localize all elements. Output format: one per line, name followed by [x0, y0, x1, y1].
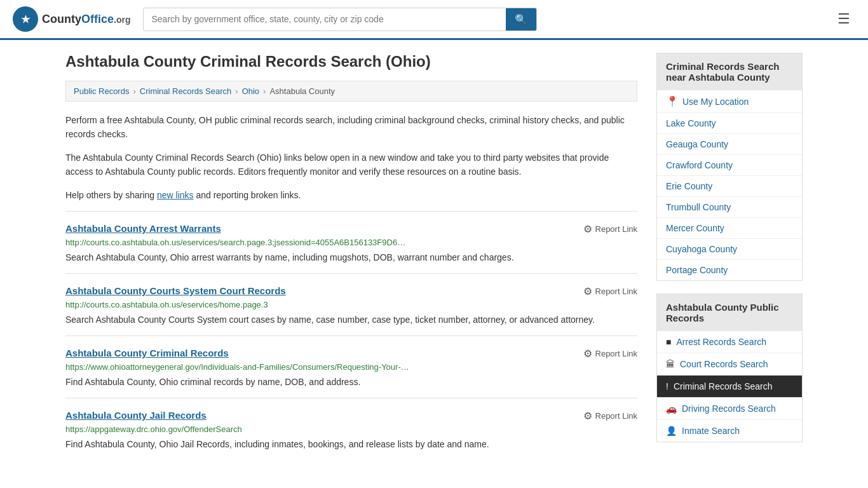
- record-url-2: https://www.ohioattorneygeneral.gov/Indi…: [65, 362, 478, 372]
- nearby-county-link-4[interactable]: Trumbull County: [666, 202, 731, 212]
- nearby-county-link-0[interactable]: Lake County: [666, 118, 716, 128]
- sidebar-public-records: Ashtabula County Public Records ■Arrest …: [656, 294, 803, 442]
- report-link-btn-1[interactable]: ⚙ Report Link: [583, 285, 637, 297]
- public-record-item-1[interactable]: 🏛Court Records Search: [657, 353, 802, 376]
- location-icon: 📍: [666, 95, 679, 107]
- breadcrumb-public-records[interactable]: Public Records: [74, 86, 129, 96]
- nearby-county-2[interactable]: Crawford County: [657, 155, 802, 176]
- report-label-3: Report Link: [595, 411, 637, 421]
- sidebar-record-link-4[interactable]: Inmate Search: [682, 426, 740, 436]
- nearby-county-link-5[interactable]: Mercer County: [666, 223, 724, 233]
- report-link-btn-0[interactable]: ⚙ Report Link: [583, 223, 637, 235]
- record-card-1: Ashtabula County Courts System Court Rec…: [65, 273, 637, 336]
- breadcrumb-sep-2: ›: [235, 86, 238, 96]
- record-header-1: Ashtabula County Courts System Court Rec…: [65, 285, 637, 297]
- nearby-county-1[interactable]: Geauga County: [657, 134, 802, 155]
- search-input[interactable]: [144, 8, 506, 30]
- record-desc-1: Search Ashtabula County Courts System co…: [65, 313, 637, 327]
- public-record-item-4[interactable]: 👤Inmate Search: [657, 420, 802, 442]
- use-my-location-item[interactable]: 📍 Use My Location: [657, 90, 802, 113]
- nearby-county-link-6[interactable]: Cuyahoga County: [666, 244, 737, 254]
- report-label-0: Report Link: [595, 224, 637, 234]
- use-my-location-link[interactable]: Use My Location: [682, 97, 749, 107]
- sidebar-icon-0: ■: [666, 337, 671, 347]
- sidebar-nearby: Criminal Records Search near Ashtabula C…: [656, 53, 803, 281]
- breadcrumb: Public Records › Criminal Records Search…: [65, 81, 637, 102]
- record-header-2: Ashtabula County Criminal Records ⚙ Repo…: [65, 348, 637, 360]
- breadcrumb-sep-1: ›: [133, 86, 135, 96]
- hamburger-icon: ☰: [837, 11, 850, 27]
- header: ★ CountyOffice.org 🔍 ☰: [0, 0, 868, 40]
- breadcrumb-ohio[interactable]: Ohio: [242, 86, 259, 96]
- public-record-item-2[interactable]: !Criminal Records Search: [657, 376, 802, 398]
- new-links-link[interactable]: new links: [157, 190, 194, 200]
- nearby-county-6[interactable]: Cuyahoga County: [657, 239, 802, 260]
- main-wrapper: Ashtabula County Criminal Records Search…: [53, 40, 815, 473]
- report-label-1: Report Link: [595, 287, 637, 296]
- report-icon-0: ⚙: [583, 223, 592, 235]
- sidebar-record-link-0[interactable]: Arrest Records Search: [676, 337, 766, 347]
- public-record-item-3[interactable]: 🚗Driving Records Search: [657, 398, 802, 420]
- logo-area[interactable]: ★ CountyOffice.org: [13, 6, 130, 32]
- nearby-county-5[interactable]: Mercer County: [657, 218, 802, 239]
- sidebar: Criminal Records Search near Ashtabula C…: [656, 53, 803, 460]
- logo-icon: ★: [13, 6, 38, 32]
- record-card-3: Ashtabula County Jail Records ⚙ Report L…: [65, 398, 637, 460]
- public-record-item-0[interactable]: ■Arrest Records Search: [657, 331, 802, 353]
- logo-text: CountyOffice.org: [42, 13, 130, 26]
- page-title: Ashtabula County Criminal Records Search…: [65, 53, 637, 71]
- report-link-btn-3[interactable]: ⚙ Report Link: [583, 410, 637, 422]
- record-desc-2: Find Ashtabula County, Ohio criminal rec…: [65, 376, 637, 389]
- sidebar-icon-2: !: [666, 381, 668, 391]
- nearby-county-4[interactable]: Trumbull County: [657, 197, 802, 218]
- record-url-0: http://courts.co.ashtabula.oh.us/eservic…: [65, 238, 478, 247]
- sidebar-record-link-1[interactable]: Court Records Search: [680, 359, 768, 369]
- report-icon-3: ⚙: [583, 410, 592, 422]
- records-list: Ashtabula County Arrest Warrants ⚙ Repor…: [65, 211, 637, 460]
- search-button[interactable]: 🔍: [506, 8, 536, 30]
- public-records-items-list: ■Arrest Records Search🏛Court Records Sea…: [657, 331, 802, 442]
- description-3: Help others by sharing new links and rep…: [65, 188, 637, 202]
- nearby-county-3[interactable]: Erie County: [657, 176, 802, 197]
- report-label-2: Report Link: [595, 349, 637, 358]
- sidebar-icon-4: 👤: [666, 426, 677, 436]
- svg-text:★: ★: [21, 14, 31, 25]
- nearby-county-link-1[interactable]: Geauga County: [666, 139, 728, 149]
- content-area: Ashtabula County Criminal Records Search…: [65, 53, 637, 460]
- breadcrumb-criminal-records[interactable]: Criminal Records Search: [140, 86, 232, 96]
- record-url-1: http://courts.co.ashtabula.oh.us/eservic…: [65, 300, 478, 309]
- breadcrumb-sep-3: ›: [263, 86, 266, 96]
- nearby-counties-list: Lake CountyGeauga CountyCrawford CountyE…: [657, 113, 802, 280]
- sidebar-record-link-3[interactable]: Driving Records Search: [682, 403, 776, 414]
- record-title-3[interactable]: Ashtabula County Jail Records: [65, 410, 207, 421]
- sidebar-public-records-header: Ashtabula County Public Records: [657, 294, 802, 331]
- report-link-btn-2[interactable]: ⚙ Report Link: [583, 348, 637, 360]
- report-icon-2: ⚙: [583, 348, 592, 360]
- record-header-0: Ashtabula County Arrest Warrants ⚙ Repor…: [65, 223, 637, 235]
- nearby-county-link-7[interactable]: Portage County: [666, 265, 728, 275]
- record-title-1[interactable]: Ashtabula County Courts System Court Rec…: [65, 285, 286, 296]
- record-card-2: Ashtabula County Criminal Records ⚙ Repo…: [65, 336, 637, 398]
- nearby-county-7[interactable]: Portage County: [657, 260, 802, 280]
- sidebar-icon-1: 🏛: [666, 359, 675, 369]
- record-url-3: https://appgateway.drc.ohio.gov/Offender…: [65, 424, 478, 434]
- search-container: 🔍: [143, 8, 537, 31]
- header-right: ☰: [832, 8, 855, 30]
- nearby-county-link-3[interactable]: Erie County: [666, 181, 712, 191]
- sidebar-nearby-header: Criminal Records Search near Ashtabula C…: [657, 53, 802, 90]
- search-icon: 🔍: [515, 14, 527, 25]
- record-title-0[interactable]: Ashtabula County Arrest Warrants: [65, 223, 221, 234]
- record-header-3: Ashtabula County Jail Records ⚙ Report L…: [65, 410, 637, 422]
- record-desc-0: Search Ashtabula County, Ohio arrest war…: [65, 251, 637, 264]
- hamburger-button[interactable]: ☰: [832, 8, 855, 30]
- description-2: The Ashtabula County Criminal Records Se…: [65, 151, 637, 179]
- nearby-county-link-2[interactable]: Crawford County: [666, 160, 733, 170]
- record-card-0: Ashtabula County Arrest Warrants ⚙ Repor…: [65, 211, 637, 273]
- report-icon-1: ⚙: [583, 285, 592, 297]
- record-title-2[interactable]: Ashtabula County Criminal Records: [65, 348, 229, 358]
- record-desc-3: Find Ashtabula County, Ohio Jail Records…: [65, 438, 637, 451]
- sidebar-record-label-2: Criminal Records Search: [674, 381, 773, 391]
- description-1: Perform a free Ashtabula County, OH publ…: [65, 113, 637, 142]
- nearby-county-0[interactable]: Lake County: [657, 113, 802, 134]
- breadcrumb-current: Ashtabula County: [269, 86, 335, 96]
